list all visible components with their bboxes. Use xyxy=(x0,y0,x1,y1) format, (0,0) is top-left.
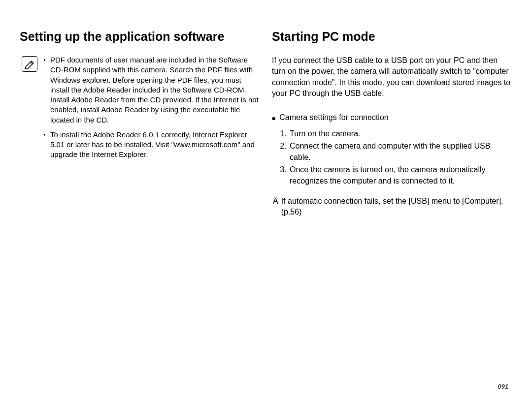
intro-paragraph: If you connect the USB cable to a USB po… xyxy=(272,55,512,99)
square-bullet-icon: ■ xyxy=(272,113,275,124)
footnote-symbol: Ä xyxy=(273,196,278,207)
subheading-text: Camera settings for connection xyxy=(279,113,388,122)
step-item: Once the camera is turned on, the camera… xyxy=(289,164,512,186)
note-block: PDF documents of user manual are include… xyxy=(20,55,260,165)
page-number: 091 xyxy=(498,383,508,390)
step-item: Connect the camera and computer with the… xyxy=(289,140,512,163)
footnote-text: If automatic connection fails, set the [… xyxy=(281,196,512,218)
manual-page: Setting up the application software PDF … xyxy=(0,0,532,401)
steps-list: Turn on the camera. Connect the camera a… xyxy=(272,128,512,187)
two-column-layout: Setting up the application software PDF … xyxy=(20,30,512,386)
subheading-row: ■ Camera settings for connection xyxy=(272,113,512,124)
left-column: Setting up the application software PDF … xyxy=(20,30,260,386)
footnote: Ä If automatic connection fails, set the… xyxy=(272,196,512,218)
left-bullet-item: To install the Adobe Reader 6.0.1 correc… xyxy=(43,130,260,160)
right-column: Starting PC mode If you connect the USB … xyxy=(272,30,512,386)
step-item: Turn on the camera. xyxy=(289,128,512,139)
heading-starting-pc-mode: Starting PC mode xyxy=(272,30,512,47)
heading-setting-up: Setting up the application software xyxy=(20,30,260,47)
left-bullet-item: PDF documents of user manual are include… xyxy=(43,55,260,125)
note-icon xyxy=(22,56,37,72)
left-bullet-list: PDF documents of user manual are include… xyxy=(43,55,260,165)
